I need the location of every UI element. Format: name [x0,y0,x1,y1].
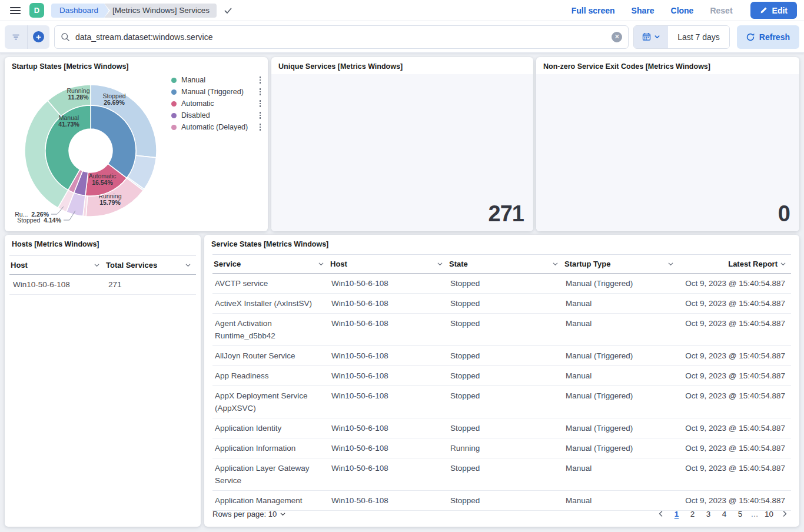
cell-service: AppX Deployment Service (AppXSVC) [212,386,329,418]
filter-controls: + [5,25,49,49]
cell-startup-type: Manual [563,314,679,346]
chevron-down-icon [185,262,191,268]
panel-hosts: Hosts [Metrics Windows] Host Total Servi… [5,235,201,527]
chevron-down-icon [667,261,674,267]
page-button-10[interactable]: 10 [762,507,776,521]
clear-search-button[interactable]: ✕ [612,32,622,42]
chevron-down-icon [552,261,559,267]
calendar-dropdown-button[interactable] [634,26,668,48]
metric-value: 0 [778,201,790,227]
cell-state: Stopped [448,314,563,346]
legend-item-automatic-delayed[interactable]: Automatic (Delayed) [171,123,262,131]
clone-button[interactable]: Clone [671,6,694,15]
refresh-icon [746,33,755,41]
cell-service: ActiveX Installer (AxInstSV) [212,294,329,314]
cell-startup-type: Manual [563,458,679,491]
legend-options-icon[interactable] [258,75,263,85]
metric-value: 271 [489,201,524,227]
filter-icon [12,34,20,41]
filter-button[interactable] [5,25,27,49]
column-header-state[interactable]: State [448,255,563,274]
column-header-service[interactable]: Service [212,255,329,274]
hosts-table: Host Total Services Win10-50-6-108271 [9,255,196,295]
page-button-1[interactable]: 1 [670,507,683,521]
rows-per-page-button[interactable]: Rows per page: 10 [212,510,286,518]
legend-item-manual[interactable]: Manual [171,76,262,84]
legend-item-manual-triggered[interactable]: Manual (Triggered) [171,88,262,96]
cell-host: Win10-50-6-108 [329,386,448,418]
legend-item-label: Disabled [181,111,254,119]
table-row: Application InformationWin10-50-6-108Run… [212,438,791,458]
cell-latest-report: Oct 9, 2023 @ 15:40:54.887 [679,366,791,386]
reset-button[interactable]: Reset [710,6,732,15]
column-header-startup-type[interactable]: Startup Type [563,255,679,274]
cell-host: Win10-50-6-108 [329,418,448,438]
edit-button[interactable]: Edit [750,2,797,19]
column-header-latest-report[interactable]: Latest Report [679,255,791,274]
cell-state: Stopped [448,458,563,491]
refresh-button[interactable]: Refresh [737,25,799,49]
cell-state: Stopped [448,274,563,294]
page-button-5[interactable]: 5 [733,507,747,521]
panel-unique-services: Unique Services [Metrics Windows] 271 [271,57,533,231]
edit-button-label: Edit [772,6,788,15]
cell-latest-report: Oct 9, 2023 @ 15:40:54.887 [679,314,791,346]
page-button-3[interactable]: 3 [702,507,715,521]
cell-latest-report: Oct 9, 2023 @ 15:40:54.887 [679,294,791,314]
full-screen-button[interactable]: Full screen [572,6,615,15]
panel-title: Hosts [Metrics Windows] [5,235,201,251]
menu-button[interactable] [7,2,24,19]
breadcrumb-current-page[interactable]: [Metrics Windows] Services [102,4,217,18]
pencil-icon [760,6,768,14]
column-header-host[interactable]: Host [9,256,105,275]
service-states-table: Service Host State Startup Type Latest R… [212,254,791,511]
search-icon [61,32,70,42]
legend-item-automatic[interactable]: Automatic [171,99,262,108]
cell-host: Win10-50-6-108 [329,314,448,346]
refresh-button-label: Refresh [759,32,790,42]
cell-latest-report: Oct 9, 2023 @ 15:40:54.887 [679,418,791,438]
startup-states-donut-chart[interactable]: Stopped26.69%Running15.79%Stopped 4.14%R… [6,72,182,230]
legend-item-disabled[interactable]: Disabled [171,111,262,119]
table-row: App ReadinessWin10-50-6-108StoppedManual… [212,366,791,386]
query-toolbar: + ✕ Last 7 days [0,21,804,53]
plus-icon: + [33,31,44,42]
legend-color-dot [171,125,177,130]
cell-host: Win10-50-6-108 [329,346,448,366]
add-filter-button[interactable]: + [27,25,49,49]
cell-service: AllJoyn Router Service [212,346,329,366]
legend-options-icon[interactable] [258,99,263,108]
cell-state: Stopped [448,386,563,418]
pagination-next-button[interactable] [778,507,791,521]
pagination: 12345…10 [655,507,791,521]
pagination-prev-button[interactable] [655,507,667,521]
cell-startup-type: Manual (Triggered) [563,386,679,418]
legend-item-label: Manual [181,76,254,84]
cell-state: Running [448,438,563,458]
panel-title: Unique Services [Metrics Windows] [271,57,533,73]
panel-title: Startup States [Metrics Windows] [5,57,268,73]
page-button-2[interactable]: 2 [686,507,699,521]
table-row: AllJoyn Router ServiceWin10-50-6-108Stop… [212,346,791,366]
legend-color-dot [171,78,177,83]
column-header-host[interactable]: Host [329,255,448,274]
legend-options-icon[interactable] [258,87,263,97]
top-navigation: D Dashboard [Metrics Windows] Services F… [0,0,804,21]
share-button[interactable]: Share [632,6,655,15]
query-input[interactable] [75,32,606,42]
breadcrumb-dashboard[interactable]: Dashboard [51,4,104,18]
table-row: ActiveX Installer (AxInstSV)Win10-50-6-1… [212,294,791,314]
legend-options-icon[interactable] [258,111,263,120]
panel-service-states: Service States [Metrics Windows] Service… [204,235,799,527]
column-header-total-services[interactable]: Total Services [105,256,196,275]
legend-options-icon[interactable] [258,122,263,132]
cell-state: Stopped [448,346,563,366]
chevron-right-icon [781,510,788,517]
legend-color-dot [171,89,177,95]
legend-item-label: Automatic [181,99,254,108]
table-row: Application IdentityWin10-50-6-108Stoppe… [212,418,791,438]
time-range-button[interactable]: Last 7 days [668,26,729,48]
page-button-4[interactable]: 4 [717,507,731,521]
chevron-left-icon [657,510,665,517]
space-avatar[interactable]: D [29,3,44,18]
